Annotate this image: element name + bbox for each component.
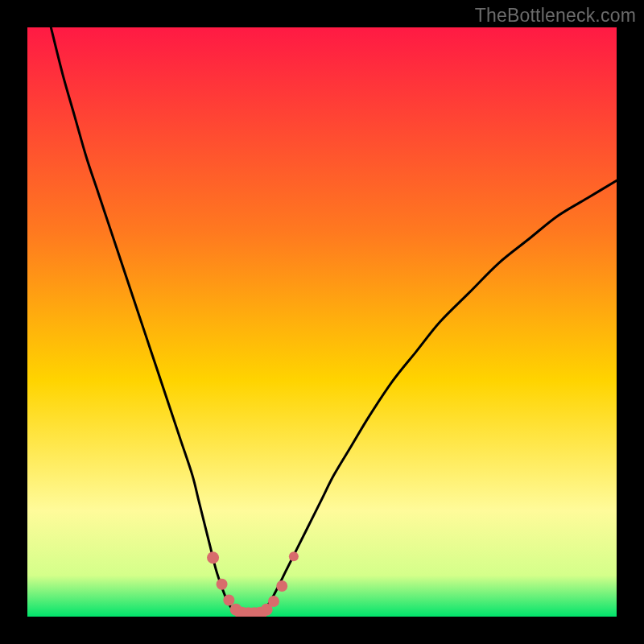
highlight-point <box>276 580 287 592</box>
chart-frame: TheBottleneck.com <box>0 0 644 644</box>
highlight-point <box>289 551 299 561</box>
plot-area <box>27 27 617 617</box>
highlight-point <box>268 596 279 607</box>
watermark-text: TheBottleneck.com <box>475 5 636 27</box>
highlight-point <box>223 595 234 606</box>
highlight-point <box>217 579 228 590</box>
highlight-point <box>207 551 219 564</box>
gradient-background <box>27 27 617 617</box>
bottleneck-chart <box>27 27 617 617</box>
